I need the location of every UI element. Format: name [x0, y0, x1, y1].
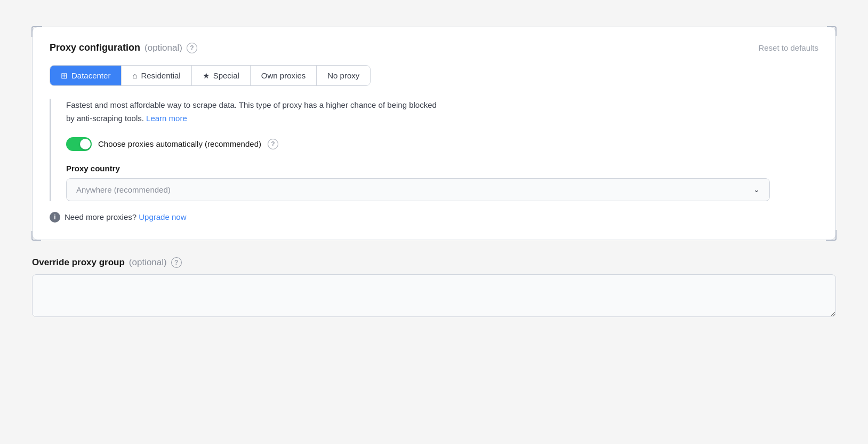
tab-no-proxy[interactable]: No proxy [317, 66, 370, 85]
tab-no-proxy-label: No proxy [327, 71, 359, 80]
special-icon: ★ [203, 72, 210, 80]
need-more-proxies-text: Need more proxies? [65, 212, 136, 221]
tab-special-label: Special [213, 71, 239, 80]
description-part-2: by anti-scraping tools. [66, 114, 144, 123]
toggle-thumb [80, 139, 91, 149]
upgrade-now-link[interactable]: Upgrade now [139, 212, 186, 221]
info-text: Need more proxies? Upgrade now [65, 212, 186, 221]
upgrade-info-row: i Need more proxies? Upgrade now [50, 212, 818, 223]
reset-to-defaults-link[interactable]: Reset to defaults [758, 43, 818, 52]
tab-own-proxies[interactable]: Own proxies [251, 66, 317, 85]
chevron-down-icon: ⌄ [753, 185, 760, 194]
proxy-config-card: Proxy configuration (optional) ? Reset t… [32, 27, 836, 240]
proxy-country-dropdown[interactable]: Anywhere (recommended) ⌄ [66, 178, 770, 201]
tab-residential-label: Residential [141, 71, 180, 80]
section-header: Proxy configuration (optional) ? Reset t… [50, 42, 818, 53]
auto-proxy-toggle-row: Choose proxies automatically (recommende… [66, 137, 818, 151]
tab-datacenter-label: Datacenter [71, 71, 110, 80]
override-optional-label: (optional) [129, 257, 167, 268]
learn-more-link[interactable]: Learn more [146, 114, 187, 123]
override-proxy-input[interactable] [32, 274, 836, 317]
section-title: Proxy configuration (optional) ? [50, 42, 197, 53]
override-proxy-header: Override proxy group (optional) ? [32, 257, 836, 268]
description-part-1: Fastest and most affordable way to scrap… [66, 100, 437, 109]
toggle-label: Choose proxies automatically (recommende… [98, 139, 261, 148]
info-icon: i [50, 212, 60, 223]
proxy-country-label: Proxy country [66, 164, 818, 173]
corner-tr-decoration [827, 26, 837, 36]
override-proxy-title-text: Override proxy group [32, 257, 125, 268]
description-text: Fastest and most affordable way to scrap… [66, 99, 818, 125]
residential-icon: ⌂ [132, 72, 137, 80]
override-proxy-help-icon[interactable]: ? [171, 257, 182, 268]
proxy-type-tabs: ⊞ Datacenter ⌂ Residential ★ Special Own… [50, 65, 371, 86]
toggle-help-icon[interactable]: ? [268, 139, 278, 149]
tab-special[interactable]: ★ Special [192, 66, 251, 85]
proxy-country-placeholder: Anywhere (recommended) [76, 185, 171, 194]
auto-proxy-toggle[interactable] [66, 137, 92, 151]
corner-bl-decoration [31, 231, 41, 241]
proxy-config-help-icon[interactable]: ? [187, 43, 197, 53]
tab-residential[interactable]: ⌂ Residential [122, 66, 191, 85]
datacenter-content: Fastest and most affordable way to scrap… [50, 99, 818, 201]
optional-label: (optional) [144, 43, 182, 53]
override-proxy-title: Override proxy group (optional) ? [32, 257, 182, 268]
datacenter-icon: ⊞ [61, 72, 68, 80]
override-proxy-section: Override proxy group (optional) ? [32, 257, 836, 319]
tab-own-proxies-label: Own proxies [261, 71, 306, 80]
proxy-config-title: Proxy configuration [50, 42, 140, 53]
tab-datacenter[interactable]: ⊞ Datacenter [50, 66, 122, 85]
